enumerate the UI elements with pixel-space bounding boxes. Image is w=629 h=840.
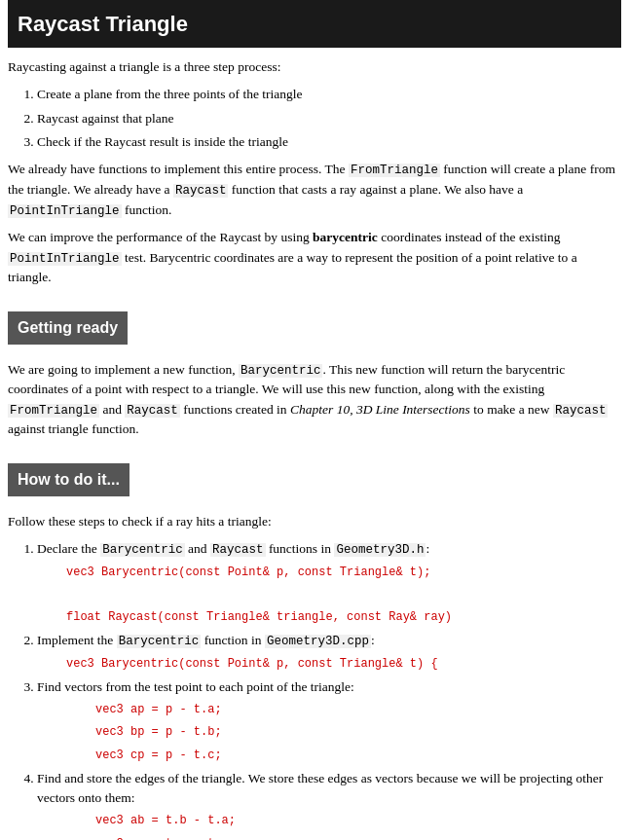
para2-start: We can improve the performance of the Ra… xyxy=(8,230,313,244)
section1-paragraph: We are going to implement a new function… xyxy=(8,360,621,440)
item3-codeblock-2: vec3 bp = p - t.b; xyxy=(95,723,621,742)
s1-end: to make a new xyxy=(470,402,553,417)
para1-text: We already have functions to implement t… xyxy=(8,162,349,176)
s1-end2: against triangle function. xyxy=(8,421,139,436)
paragraph-1: We already have functions to implement t… xyxy=(8,160,621,220)
para2-mid: coordinates instead of the existing xyxy=(378,230,561,244)
code-Raycast3: Raycast xyxy=(553,404,609,418)
howto-item-4: Find and store the edges of the triangle… xyxy=(37,769,621,840)
code-FromTriangle: FromTriangle xyxy=(349,164,440,177)
howto-item-2: Implement the Barycentric function in Ge… xyxy=(37,631,621,674)
para2-bold: barycentric xyxy=(313,230,378,244)
howto-item-1: Declare the Barycentric and Raycast func… xyxy=(37,539,621,627)
s1-italic: Chapter 10, 3D Line Intersections xyxy=(290,402,470,417)
list-item: Check if the Raycast result is inside th… xyxy=(37,132,621,152)
page: Raycast Triangle Raycasting against a tr… xyxy=(0,0,629,840)
item4-codeblock-2: vec3 ac = t.c - t.a; xyxy=(95,835,621,841)
code-Barycentric: Barycentric xyxy=(239,364,323,378)
code-Raycast: Raycast xyxy=(173,184,229,198)
item1-codeblock-3: float Raycast(const Triangle& triangle, … xyxy=(66,608,621,627)
item1-code3: Geometry3D.h xyxy=(334,543,426,557)
page-title: Raycast Triangle xyxy=(8,0,621,48)
s1-mid2: and xyxy=(99,402,125,417)
item4-label: Find and store the edges of the triangle… xyxy=(37,771,603,805)
para1-mid2: function that casts a ray against a plan… xyxy=(228,182,523,197)
code-PointInTriangle2: PointInTriangle xyxy=(8,252,122,266)
item2-code1: Barycentric xyxy=(117,635,202,648)
item4-codeblock-1: vec3 ab = t.b - t.a; xyxy=(95,812,621,830)
item3-label: Find vectors from the test point to each… xyxy=(37,679,354,694)
item2-code2: Geometry3D.cpp xyxy=(265,635,371,648)
item2-mid1: function in xyxy=(201,633,265,647)
item1-code2: Raycast xyxy=(210,543,266,557)
item3-codeblock-1: vec3 ap = p - t.a; xyxy=(95,701,621,719)
item1-codeblock-1: vec3 Barycentric(const Point& p, const T… xyxy=(66,564,621,582)
item2-label-start: Implement the xyxy=(37,633,117,647)
item1-code1: Barycentric xyxy=(100,543,185,557)
howto-item-3: Find vectors from the test point to each… xyxy=(37,677,621,765)
s1-start: We are going to implement a new function… xyxy=(8,362,239,377)
item1-codeblock-2 xyxy=(66,586,621,604)
section2-header-block: How to do it... xyxy=(8,452,621,504)
item1-label-start: Declare the xyxy=(37,541,100,556)
item1-mid2: functions in xyxy=(266,541,335,556)
item2-end: : xyxy=(371,633,375,647)
item1-mid1: and xyxy=(185,541,210,556)
code-FromTriangle2: FromTriangle xyxy=(8,404,99,418)
item2-codeblock-1: vec3 Barycentric(const Point& p, const T… xyxy=(66,655,621,674)
list-item: Raycast against that plane xyxy=(37,109,621,128)
section2-intro: Follow these steps to check if a ray hit… xyxy=(8,512,621,531)
steps-list: Create a plane from the three points of … xyxy=(37,85,621,152)
s1-mid3: functions created in xyxy=(180,402,290,417)
paragraph-2: We can improve the performance of the Ra… xyxy=(8,228,621,287)
howto-list: Declare the Barycentric and Raycast func… xyxy=(37,539,621,840)
list-item: Create a plane from the three points of … xyxy=(37,85,621,104)
section1-header-block: Getting ready xyxy=(8,300,621,352)
intro-paragraph: Raycasting against a triangle is a three… xyxy=(8,57,621,77)
item3-codeblock-3: vec3 cp = p - t.c; xyxy=(95,747,621,765)
code-Raycast2: Raycast xyxy=(125,404,180,418)
section2-header: How to do it... xyxy=(8,463,130,496)
item1-end: : xyxy=(426,541,429,556)
code-PointInTriangle: PointInTriangle xyxy=(8,204,122,218)
section1-header: Getting ready xyxy=(8,311,128,345)
para1-end: function. xyxy=(122,202,172,217)
